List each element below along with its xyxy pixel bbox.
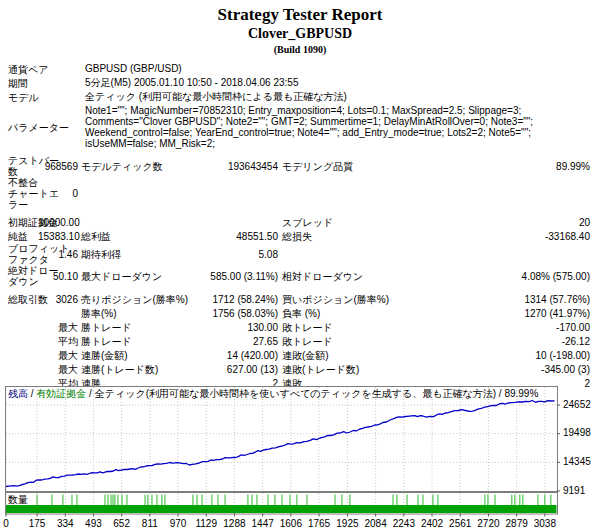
y-axis-label: 9191 xyxy=(563,485,586,496)
y-axis-label: 24652 xyxy=(563,399,591,410)
x-axis-label: 0 xyxy=(3,518,9,529)
x-axis-label: 493 xyxy=(85,518,102,529)
strategy-tester-report-page: { "header": { "title": "Strategy Tester … xyxy=(0,0,600,531)
x-axis-label: 2084 xyxy=(365,518,388,529)
x-axis-label: 3038 xyxy=(534,518,557,529)
equity-chart-svg: 2465219498143459191017533449365281197011… xyxy=(0,0,600,531)
x-axis-label: 1447 xyxy=(252,518,275,529)
x-axis-label: 175 xyxy=(29,518,46,529)
x-axis-label: 1606 xyxy=(280,518,303,529)
volume-panel-label: 数量 xyxy=(8,494,28,505)
plot-background xyxy=(6,387,558,492)
equity-label: 有効証拠金 xyxy=(36,388,86,399)
x-axis-label: 2720 xyxy=(477,518,500,529)
x-axis-label: 1765 xyxy=(308,518,331,529)
y-axis-label: 19498 xyxy=(563,427,591,438)
y-axis-label: 14345 xyxy=(563,456,591,467)
x-axis-label: 2879 xyxy=(506,518,529,529)
x-axis-label: 334 xyxy=(57,518,74,529)
x-axis-label: 1288 xyxy=(223,518,246,529)
x-axis-label: 2561 xyxy=(449,518,472,529)
x-axis-label: 970 xyxy=(170,518,187,529)
x-axis-label: 1925 xyxy=(336,518,359,529)
volume-strip xyxy=(6,505,557,513)
x-axis-label: 1129 xyxy=(195,518,217,529)
x-axis-label: 2243 xyxy=(393,518,416,529)
quality-label: 89.99% xyxy=(504,388,538,399)
legend-separator: / xyxy=(86,388,94,399)
balance-label: 残高 xyxy=(8,388,28,399)
model-label: 全ティック(利用可能な最小時間枠を使いすべてのティックを生成する、最も正確な方法… xyxy=(95,388,496,399)
x-axis-label: 2402 xyxy=(421,518,444,529)
x-axis-label: 652 xyxy=(113,518,130,529)
x-axis-label: 811 xyxy=(142,518,158,529)
chart-legend: 残高 / 有効証拠金 / 全ティック(利用可能な最小時間枠を使いすべてのティック… xyxy=(8,388,538,399)
